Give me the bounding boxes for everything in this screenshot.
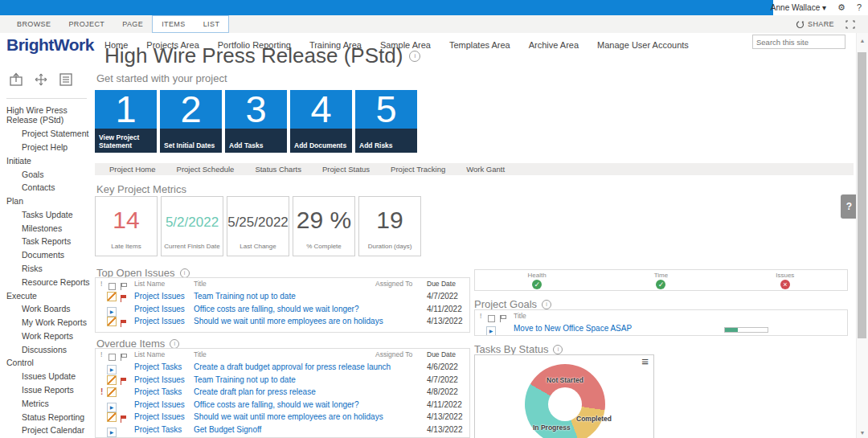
view-tab-project-schedule[interactable]: Project Schedule [177,165,235,174]
view-tab-project-home[interactable]: Project Home [109,165,156,174]
column-list-name[interactable]: List Name [134,349,165,362]
user-menu[interactable]: Anne Wallace ▾ [771,3,826,12]
tile-set-initial-dates[interactable]: 2Set Initial Dates [160,90,222,153]
column-title[interactable]: Title [514,310,526,323]
item-title-link[interactable]: Should we wait until more employees are … [194,315,383,328]
move-arrows-icon[interactable] [32,71,50,92]
sidebar-item-project-calendar[interactable]: Project Calendar [0,424,93,437]
list-name-link[interactable]: Project Tasks [134,361,182,374]
sidebar-item-work-reports[interactable]: Work Reports [0,330,93,343]
view-tab-project-tracking[interactable]: Project Tracking [391,165,445,174]
sidebar-item-plan[interactable]: Plan [0,194,93,208]
brightwork-logo[interactable]: BrightWork [6,35,94,55]
sidebar-item-execute[interactable]: Execute [0,289,93,302]
sidebar-item-risks[interactable]: Risks [0,262,93,276]
column-due-date[interactable]: Due Date [427,278,456,291]
nav-templates-area[interactable]: Templates Area [449,40,510,50]
view-tab-project-status[interactable]: Project Status [322,165,370,174]
settings-gear-icon[interactable]: ⚙ [837,0,845,15]
sidebar-item-work-boards[interactable]: Work Boards [0,302,93,316]
list-name-link[interactable]: Project Tasks [134,424,182,436]
item-title-link[interactable]: Create draft plan for press release [194,386,316,399]
list-name-link[interactable]: Project Issues [134,315,185,328]
scroll-down-arrow-icon[interactable]: ▼ [857,430,868,436]
info-icon[interactable]: i [542,300,551,309]
edit-item-icon[interactable] [107,292,117,301]
column-assigned-to[interactable]: Assigned To [375,349,412,362]
list-name-link[interactable]: Project Issues [134,411,185,424]
focus-on-content-icon[interactable] [845,20,855,29]
info-icon[interactable]: i [180,268,190,278]
outline-list-icon[interactable] [57,71,75,92]
item-title-link[interactable]: Office costs are falling, should we wait… [194,303,358,316]
promote-page-icon[interactable] [7,71,25,92]
view-tab-work-gantt[interactable]: Work Gantt [466,165,505,174]
sidebar-item-issues-update[interactable]: Issues Update [0,370,93,383]
sidebar-item-high-wire-press-release-pstd[interactable]: High Wire Press Release (PStd) [0,104,93,127]
sidebar-item-documents[interactable]: Documents [0,248,93,262]
sidebar-item-control[interactable]: Control [0,356,93,370]
column-list-name[interactable]: List Name [134,278,165,291]
chart-menu-icon[interactable]: ≡ [641,355,649,368]
edit-item-icon[interactable] [107,387,117,397]
ribbon-tab-project[interactable]: PROJECT [59,15,113,33]
info-icon[interactable]: i [170,339,179,349]
ribbon-tab-page[interactable]: PAGE [113,15,152,33]
search-input[interactable] [753,38,866,47]
sidebar-item-project-help[interactable]: Project Help [0,141,93,154]
tile-add-risks[interactable]: 5Add Risks [355,90,417,153]
sidebar-item-my-work-reports[interactable]: My Work Reports [0,316,93,330]
open-item-icon[interactable] [486,326,496,336]
item-title-link[interactable]: Get Budget Signoff [194,424,261,436]
ribbon-tab-browse[interactable]: BROWSE [8,15,59,33]
scroll-up-arrow-icon[interactable]: ▲ [857,38,868,43]
scrollbar-thumb[interactable] [858,52,866,338]
sidebar-item-discussions[interactable]: Discussions [0,342,93,356]
sidebar-item-status-reporting[interactable]: Status Reporting [0,410,93,424]
sidebar-item-metrics[interactable]: Metrics [0,396,93,410]
info-icon[interactable]: i [553,345,563,354]
edit-item-icon[interactable] [107,317,117,326]
search-box[interactable] [752,35,845,49]
item-title-link[interactable]: Create a draft budget approval for press… [194,361,391,374]
vertical-scrollbar[interactable]: ▲ ▼ [856,33,868,438]
column-due-date[interactable]: Due Date [427,349,456,362]
edit-item-icon[interactable] [107,412,117,422]
sidebar-item-tasks-update[interactable]: Tasks Update [0,207,93,221]
share-button[interactable]: SHARE [796,20,834,29]
item-title-link[interactable]: Office costs are falling, should we wait… [194,399,358,411]
list-name-link[interactable]: Project Tasks [134,386,182,399]
tile-add-documents[interactable]: 4Add Documents [290,90,352,153]
list-name-link[interactable]: Project Issues [134,303,185,316]
column-title[interactable]: Title [194,278,207,291]
info-icon[interactable]: i [409,51,420,62]
column-title[interactable]: Title [194,349,207,362]
sidebar-item-milestones[interactable]: Milestones [0,221,93,235]
open-item-icon[interactable] [107,428,117,437]
ribbon-tab-list[interactable]: LIST [194,16,229,32]
tile-add-tasks[interactable]: 3Add Tasks [225,90,287,153]
tile-view-project-statement[interactable]: 1View Project Statement [95,90,157,153]
help-flyout-tab[interactable]: ? [841,194,858,219]
help-icon[interactable]: ? [857,0,862,15]
column-assigned-to[interactable]: Assigned To [375,278,412,291]
ribbon-tab-items[interactable]: ITEMS [153,16,194,32]
nav-archive-area[interactable]: Archive Area [529,40,579,50]
sidebar-item-task-reports[interactable]: Task Reports [0,235,93,248]
list-name-link[interactable]: Project Issues [134,374,185,387]
goal-title-link[interactable]: Move to New Office Space ASAP [514,322,632,335]
sidebar-item-initiate[interactable]: Initiate [0,154,93,167]
sidebar-item-project-statement[interactable]: Project Statement [0,127,93,141]
item-title-link[interactable]: Team Training not up to date [194,290,296,303]
nav-manage-user-accounts[interactable]: Manage User Accounts [597,40,689,50]
sidebar-item-resource-reports[interactable]: Resource Reports [0,275,93,289]
item-title-link[interactable]: Should we wait until more employees are … [194,411,383,424]
view-tab-status-charts[interactable]: Status Charts [255,165,301,174]
sidebar-item-goals[interactable]: Goals [0,167,93,181]
sidebar-item-contacts[interactable]: Contacts [0,181,93,194]
edit-item-icon[interactable] [107,375,117,385]
list-name-link[interactable]: Project Issues [134,399,185,411]
item-title-link[interactable]: Team Training not up to date [194,374,296,387]
sidebar-item-issue-reports[interactable]: Issue Reports [0,383,93,397]
list-name-link[interactable]: Project Issues [134,290,185,303]
